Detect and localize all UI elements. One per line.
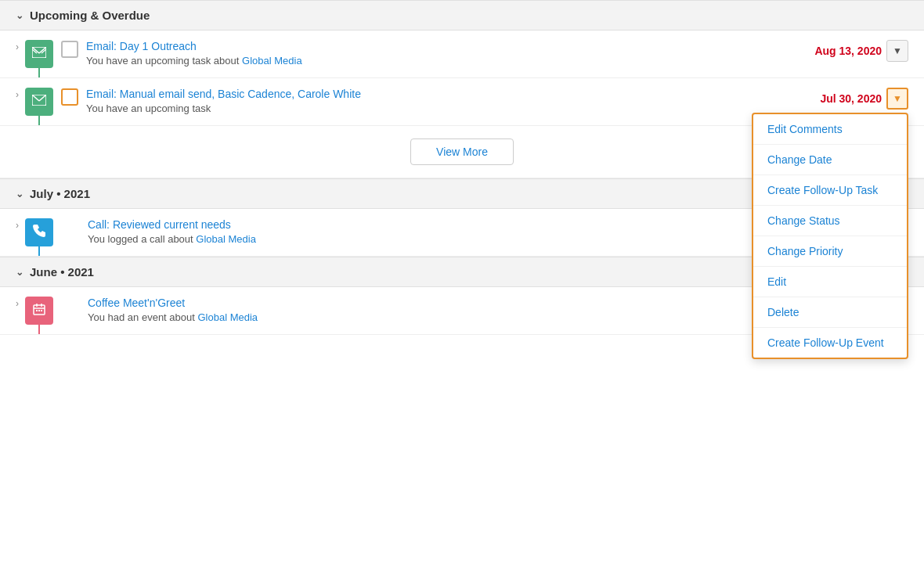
task-title-2[interactable]: Email: Manual email send, Basic Cadence,… (86, 88, 361, 100)
dropdown-item-change-date[interactable]: Change Date (753, 145, 907, 175)
svg-line-8 (39, 95, 45, 101)
task-icon-event-4 (25, 297, 53, 325)
chevron-down-icon-1: ▼ (893, 45, 902, 56)
view-more-button[interactable]: View More (410, 138, 514, 165)
call-icon-3 (32, 224, 46, 241)
task-item-1: › Email: Day 1 Outreach You (0, 31, 924, 78)
task-date-area-2: Jul 30, 2020 ▼ (820, 88, 908, 110)
collapse-icon-june[interactable]: ⌄ (16, 267, 23, 278)
task-icon-call-3 (25, 218, 53, 246)
task-link-3[interactable]: Global Media (196, 233, 256, 245)
task-subtitle-1: You have an upcoming task about Global M… (86, 55, 805, 67)
expand-arrow-3[interactable]: › (16, 220, 19, 231)
svg-rect-13 (36, 310, 38, 311)
section-label-june: June • 2021 (30, 265, 94, 279)
dropdown-item-create-followup-event[interactable]: Create Follow-Up Event (753, 328, 907, 358)
section-upcoming-overdue[interactable]: ⌄ Upcoming & Overdue (0, 0, 924, 31)
task-title-4[interactable]: Coffee Meet'n'Greet (88, 297, 185, 309)
dropdown-item-create-followup-task[interactable]: Create Follow-Up Task (753, 175, 907, 206)
expand-arrow-1[interactable]: › (16, 41, 19, 52)
dropdown-item-change-priority[interactable]: Change Priority (753, 236, 907, 267)
checkbox-2[interactable] (61, 88, 78, 106)
svg-rect-15 (41, 310, 42, 311)
task-row-1: › Email: Day 1 Outreach You (0, 31, 924, 78)
task-link-1[interactable]: Global Media (242, 55, 302, 67)
section-label-july: July • 2021 (30, 187, 90, 200)
task-icon-email-1 (25, 40, 53, 68)
svg-rect-14 (38, 310, 40, 311)
chevron-down-icon-2: ▼ (893, 93, 902, 104)
dropdown-btn-1[interactable]: ▼ (886, 40, 908, 62)
dropdown-menu: Edit Comments Change Date Create Follow-… (752, 113, 908, 359)
task-date-area-1: Aug 13, 2020 ▼ (814, 40, 908, 62)
task-content-2: Email: Manual email send, Basic Cadence,… (86, 88, 810, 114)
expand-arrow-2[interactable]: › (16, 89, 19, 100)
email-icon-1 (32, 47, 46, 61)
task-date-1: Aug 13, 2020 (814, 45, 882, 57)
checkbox-1[interactable] (61, 41, 78, 58)
section-label-upcoming: Upcoming & Overdue (30, 9, 150, 22)
task-date-2: Jul 30, 2020 (820, 92, 882, 105)
svg-line-7 (33, 95, 39, 101)
task-title-1[interactable]: Email: Day 1 Outreach (86, 40, 197, 52)
collapse-icon-upcoming[interactable]: ⌄ (16, 10, 23, 21)
task-subtitle-2: You have an upcoming task (86, 102, 810, 114)
task-icon-email-2 (25, 88, 53, 116)
task-link-4[interactable]: Global Media (198, 311, 258, 323)
event-icon-4 (33, 303, 45, 318)
task-title-3[interactable]: Call: Reviewed current needs (88, 218, 231, 231)
dropdown-btn-2[interactable]: ▼ (886, 88, 908, 110)
dropdown-item-edit[interactable]: Edit (753, 267, 907, 297)
dropdown-item-change-status[interactable]: Change Status (753, 206, 907, 236)
main-container: ⌄ Upcoming & Overdue › (0, 0, 924, 579)
email-icon-2 (32, 95, 46, 109)
task-row-2: › Email: Manual email send, Basic Cadenc… (0, 78, 924, 126)
task-content-1: Email: Day 1 Outreach You have an upcomi… (86, 40, 805, 67)
collapse-icon-july[interactable]: ⌄ (16, 189, 23, 200)
expand-arrow-4[interactable]: › (16, 298, 19, 309)
dropdown-item-delete[interactable]: Delete (753, 297, 907, 328)
dropdown-item-edit-comments[interactable]: Edit Comments (753, 114, 907, 145)
